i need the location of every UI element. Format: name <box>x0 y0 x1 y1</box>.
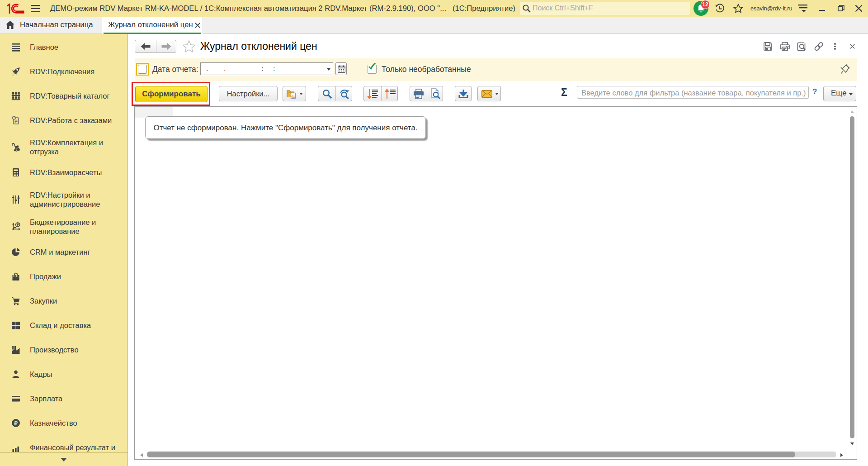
svg-text:₽: ₽ <box>14 420 18 427</box>
svg-text:₽: ₽ <box>17 223 19 227</box>
